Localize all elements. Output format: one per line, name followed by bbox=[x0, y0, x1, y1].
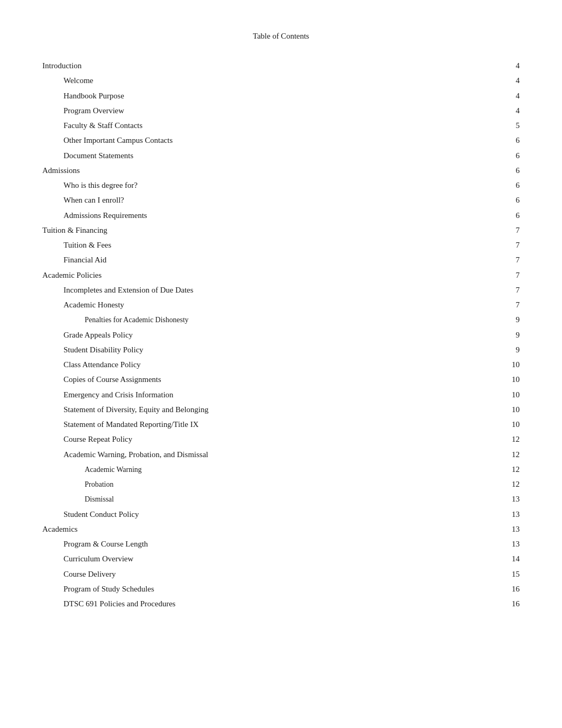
toc-entry-page: 16 bbox=[504, 583, 520, 595]
toc-item: Emergency and Crisis Information10 bbox=[42, 389, 520, 401]
toc-item: Program & Course Length13 bbox=[42, 538, 520, 550]
toc-entry-page: 6 bbox=[504, 194, 520, 206]
toc-entry-page: 7 bbox=[504, 269, 520, 281]
toc-entry-label: Academic Policies bbox=[42, 269, 504, 281]
toc-item: Grade Appeals Policy9 bbox=[42, 329, 520, 341]
toc-entry-page: 7 bbox=[504, 299, 520, 311]
toc-entry-page: 16 bbox=[504, 598, 520, 610]
toc-entry-page: 4 bbox=[504, 90, 520, 102]
toc-item: DTSC 691 Policies and Procedures16 bbox=[42, 598, 520, 610]
toc-entry-page: 6 bbox=[504, 150, 520, 162]
toc-entry-page: 12 bbox=[504, 433, 520, 445]
toc-item: Copies of Course Assignments10 bbox=[42, 374, 520, 386]
toc-item: Penalties for Academic Dishonesty9 bbox=[42, 314, 520, 326]
toc-entry-label: Other Important Campus Contacts bbox=[42, 134, 504, 147]
toc-item: Course Delivery15 bbox=[42, 568, 520, 580]
toc-entry-label: Probation bbox=[42, 479, 504, 490]
toc-item: Who is this degree for?6 bbox=[42, 179, 520, 192]
toc-entry-page: 13 bbox=[504, 523, 520, 535]
toc-entry-label: Faculty & Staff Contacts bbox=[42, 120, 504, 132]
toc-entry-label: Handbook Purpose bbox=[42, 90, 504, 102]
toc-item: Student Disability Policy9 bbox=[42, 344, 520, 356]
toc-entry-label: Program of Study Schedules bbox=[42, 583, 504, 595]
toc-entry-page: 10 bbox=[504, 389, 520, 401]
toc-item: Academic Policies7 bbox=[42, 269, 520, 281]
toc-entry-page: 12 bbox=[504, 463, 520, 476]
toc-item: Curriculum Overview14 bbox=[42, 553, 520, 565]
toc-entry-page: 9 bbox=[504, 329, 520, 341]
toc-entry-label: Dismissal bbox=[42, 494, 504, 505]
toc-item: Class Attendance Policy10 bbox=[42, 359, 520, 371]
toc-entry-page: 12 bbox=[504, 449, 520, 461]
toc-item: Document Statements6 bbox=[42, 150, 520, 162]
toc-item: Dismissal13 bbox=[42, 493, 520, 505]
toc-container: Introduction4Welcome4Handbook Purpose4Pr… bbox=[42, 60, 520, 610]
toc-item: Statement of Diversity, Equity and Belon… bbox=[42, 404, 520, 416]
toc-entry-label: Penalties for Academic Dishonesty bbox=[42, 314, 504, 326]
toc-item: Academic Warning12 bbox=[42, 463, 520, 476]
toc-entry-page: 14 bbox=[504, 553, 520, 565]
toc-entry-page: 15 bbox=[504, 568, 520, 580]
toc-entry-page: 13 bbox=[504, 493, 520, 505]
toc-item: Course Repeat Policy12 bbox=[42, 433, 520, 445]
toc-item: Probation12 bbox=[42, 478, 520, 490]
toc-item: Introduction4 bbox=[42, 60, 520, 72]
toc-entry-label: Admissions Requirements bbox=[42, 210, 504, 222]
toc-entry-page: 6 bbox=[504, 210, 520, 222]
toc-entry-page: 13 bbox=[504, 538, 520, 550]
toc-entry-label: Emergency and Crisis Information bbox=[42, 389, 504, 401]
toc-entry-label: Statement of Diversity, Equity and Belon… bbox=[42, 404, 504, 416]
toc-item: Admissions Requirements6 bbox=[42, 210, 520, 222]
toc-entry-label: DTSC 691 Policies and Procedures bbox=[42, 598, 504, 610]
toc-entry-label: Academic Warning bbox=[42, 464, 504, 476]
toc-item: Welcome4 bbox=[42, 75, 520, 87]
toc-entry-page: 10 bbox=[504, 404, 520, 416]
toc-entry-label: When can I enroll? bbox=[42, 194, 504, 206]
toc-entry-page: 10 bbox=[504, 418, 520, 431]
toc-entry-label: Course Delivery bbox=[42, 568, 504, 580]
toc-entry-page: 7 bbox=[504, 284, 520, 296]
toc-item: Academic Warning, Probation, and Dismiss… bbox=[42, 449, 520, 461]
toc-entry-label: Tuition & Fees bbox=[42, 239, 504, 251]
toc-item: When can I enroll?6 bbox=[42, 194, 520, 206]
toc-entry-page: 10 bbox=[504, 359, 520, 371]
toc-entry-page: 6 bbox=[504, 179, 520, 192]
toc-entry-label: Curriculum Overview bbox=[42, 553, 504, 565]
toc-item: Incompletes and Extension of Due Dates7 bbox=[42, 284, 520, 296]
toc-entry-page: 10 bbox=[504, 374, 520, 386]
toc-entry-page: 4 bbox=[504, 60, 520, 72]
toc-entry-label: Tuition & Financing bbox=[42, 224, 504, 236]
toc-entry-label: Grade Appeals Policy bbox=[42, 329, 504, 341]
toc-entry-label: Class Attendance Policy bbox=[42, 359, 504, 371]
toc-item: Program Overview4 bbox=[42, 105, 520, 117]
toc-entry-page: 4 bbox=[504, 105, 520, 117]
toc-entry-page: 6 bbox=[504, 165, 520, 177]
toc-item: Tuition & Financing7 bbox=[42, 224, 520, 236]
toc-entry-label: Welcome bbox=[42, 75, 504, 87]
page-title: Table of Contents bbox=[42, 32, 520, 41]
toc-entry-label: Who is this degree for? bbox=[42, 179, 504, 192]
toc-entry-label: Student Disability Policy bbox=[42, 344, 504, 356]
toc-entry-label: Copies of Course Assignments bbox=[42, 374, 504, 386]
toc-entry-page: 9 bbox=[504, 314, 520, 326]
toc-entry-label: Admissions bbox=[42, 165, 504, 177]
toc-entry-label: Academic Honesty bbox=[42, 299, 504, 311]
toc-entry-label: Program & Course Length bbox=[42, 538, 504, 550]
toc-item: Financial Aid7 bbox=[42, 254, 520, 266]
toc-entry-page: 7 bbox=[504, 239, 520, 251]
toc-item: Academics13 bbox=[42, 523, 520, 535]
toc-item: Academic Honesty7 bbox=[42, 299, 520, 311]
toc-entry-page: 6 bbox=[504, 134, 520, 147]
toc-item: Program of Study Schedules16 bbox=[42, 583, 520, 595]
toc-entry-page: 12 bbox=[504, 478, 520, 490]
toc-entry-label: Academic Warning, Probation, and Dismiss… bbox=[42, 449, 504, 461]
toc-entry-label: Financial Aid bbox=[42, 254, 504, 266]
toc-entry-label: Student Conduct Policy bbox=[42, 508, 504, 521]
toc-item: Handbook Purpose4 bbox=[42, 90, 520, 102]
toc-item: Student Conduct Policy13 bbox=[42, 508, 520, 521]
toc-item: Faculty & Staff Contacts5 bbox=[42, 120, 520, 132]
toc-entry-label: Incompletes and Extension of Due Dates bbox=[42, 284, 504, 296]
toc-item: Admissions6 bbox=[42, 165, 520, 177]
toc-item: Other Important Campus Contacts6 bbox=[42, 134, 520, 147]
toc-entry-page: 4 bbox=[504, 75, 520, 87]
